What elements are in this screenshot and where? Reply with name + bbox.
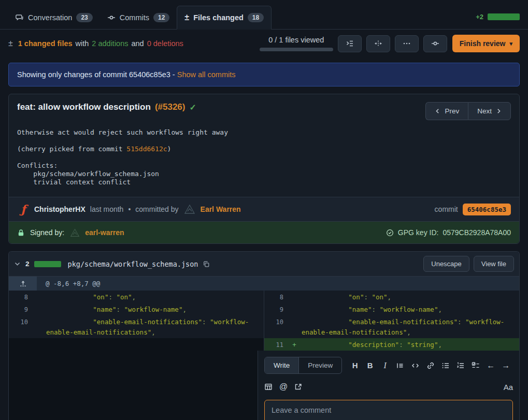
diff-left-empty-cell — [9, 351, 258, 420]
line-number[interactable]: 8 — [9, 291, 33, 303]
tab-conversation[interactable]: Conversation 23 — [8, 6, 100, 29]
commit-title: feat: allow workflow description (#5326)… — [17, 102, 196, 112]
file-changes-count: 2 — [25, 260, 30, 268]
code-line[interactable]: "on": "on", — [301, 291, 519, 303]
show-all-commits-link[interactable]: Show all commits — [177, 70, 236, 79]
diff-stat-icon: ± — [8, 39, 13, 48]
next-commit-button[interactable]: Next — [468, 102, 511, 120]
code-segment: "description" — [302, 341, 399, 349]
redo-icon[interactable]: → — [502, 361, 510, 370]
line-number[interactable]: 9 — [264, 303, 288, 315]
author-avatar[interactable]: ƒ — [17, 203, 30, 215]
code-segment: , — [151, 328, 155, 336]
code-segment: : — [364, 293, 372, 301]
code-segment: "string" — [407, 341, 438, 349]
author-name[interactable]: ChristopherHX — [34, 205, 85, 213]
diff-marker — [33, 315, 45, 338]
commit-graph-button[interactable] — [423, 35, 447, 52]
diff-line: 10 "enable-email-notifications": "workfl… — [9, 315, 264, 338]
tab-files-changed[interactable]: ± Files changed 18 — [177, 6, 272, 30]
signed-by-label: Signed by: — [30, 228, 64, 237]
diff-line: 10 "enable-email-notifications": "workfl… — [264, 315, 519, 338]
code-segment: "workflow-name" — [380, 306, 438, 313]
tab-preview[interactable]: Preview — [298, 357, 341, 373]
line-number[interactable]: 10 — [9, 315, 33, 338]
line-number[interactable]: 8 — [264, 291, 288, 303]
committer-avatar[interactable] — [183, 203, 196, 215]
signer-avatar[interactable] — [69, 227, 80, 238]
code-line[interactable]: "name": "workflow-name", — [301, 303, 519, 315]
tab-files-changed-label: Files changed — [193, 13, 244, 22]
deletions-count: 0 deletions — [147, 39, 183, 48]
file-header-buttons: Unescape View file — [423, 256, 514, 272]
chevron-left-icon — [435, 108, 440, 114]
view-file-button[interactable]: View file — [474, 256, 514, 272]
code-line[interactable]: "enable-email-notifications": "workflow-… — [45, 315, 264, 338]
cherry-pick-commit-link[interactable]: 515dd6612c — [126, 145, 167, 153]
code-line[interactable]: "description": "string", — [301, 338, 519, 351]
list-unordered-icon[interactable] — [441, 361, 450, 370]
task-list-icon[interactable] — [472, 361, 480, 370]
diff-line: 9 "name": "workflow-name", — [9, 303, 264, 315]
italic-icon[interactable]: I — [381, 361, 389, 370]
issue-reference-link[interactable]: (#5326) — [155, 102, 185, 112]
copy-path-icon[interactable] — [203, 260, 210, 268]
whitespace-button[interactable] — [366, 35, 390, 52]
code-segment: , — [438, 306, 442, 313]
chevron-down-icon[interactable] — [14, 260, 21, 267]
code-segment: "name" — [46, 306, 116, 313]
committer-name[interactable]: Earl Warren — [201, 205, 241, 213]
file-tree-button[interactable] — [338, 35, 362, 52]
stat-and: and — [131, 39, 144, 48]
code-line[interactable]: "name": "workflow-name", — [45, 303, 264, 315]
quote-icon[interactable] — [396, 361, 404, 370]
ellipsis-button[interactable] — [395, 35, 419, 52]
tab-commits[interactable]: Commits 12 — [100, 6, 177, 29]
commit-detail-box: feat: allow workflow description (#5326)… — [8, 94, 520, 244]
code-segment: , — [438, 341, 442, 349]
toolbar-icon-buttons — [333, 35, 447, 52]
mention-icon[interactable]: @ — [279, 382, 288, 392]
line-number[interactable]: 11 — [264, 338, 288, 351]
gpg-key-wrap: GPG key ID: 0579CB2928A78A00 — [386, 228, 511, 237]
heading-icon[interactable]: H — [351, 361, 359, 370]
list-ordered-icon[interactable] — [456, 361, 465, 370]
code-icon[interactable] — [411, 361, 420, 370]
unescape-button[interactable]: Unescape — [423, 256, 469, 272]
editor-mode-switch: Write Preview — [264, 357, 342, 374]
files-viewed-label: 0 / 1 files viewed — [260, 36, 333, 44]
link-icon[interactable] — [426, 361, 435, 370]
changed-files-count: 1 changed files — [18, 39, 73, 48]
line-number[interactable]: 10 — [264, 315, 288, 338]
chevron-right-icon — [496, 108, 502, 114]
prev-commit-button[interactable]: Prev — [425, 102, 468, 120]
commit-status-check-icon[interactable]: ✓ — [189, 103, 196, 112]
diff-marker: + — [288, 338, 301, 351]
inline-comment-form: Write Preview HBI←→ @ Aa — [258, 351, 519, 420]
diff-row: 10 "enable-email-notifications": "workfl… — [9, 315, 519, 338]
conversation-icon — [16, 13, 24, 22]
file-path[interactable]: pkg/schema/workflow_schema.json — [68, 260, 198, 268]
code-segment: , — [132, 293, 136, 301]
mini-diffstat: +2 — [476, 13, 520, 29]
files-changed-count-badge: 18 — [248, 13, 264, 22]
text-size-icon[interactable]: Aa — [504, 383, 513, 392]
signer-name[interactable]: earl-warren — [85, 228, 124, 237]
expand-up-icon[interactable] — [9, 277, 37, 291]
diff-marker — [288, 303, 301, 315]
code-segment: : — [116, 306, 124, 313]
comment-textarea[interactable] — [264, 400, 513, 420]
code-segment: "workflow-name" — [124, 306, 183, 313]
undo-icon[interactable]: ← — [487, 361, 495, 370]
finish-review-button[interactable]: Finish review ▾ — [452, 35, 520, 52]
bold-icon[interactable]: B — [366, 361, 374, 370]
code-line[interactable]: "on": "on", — [45, 291, 264, 303]
reference-icon[interactable] — [294, 382, 303, 392]
commit-sha-badge[interactable]: 65406c85e3 — [463, 204, 511, 215]
tab-write[interactable]: Write — [265, 357, 298, 373]
commit-header: feat: allow workflow description (#5326)… — [9, 94, 519, 125]
line-number[interactable]: 9 — [9, 303, 33, 315]
code-line[interactable]: "enable-email-notifications": "workflow-… — [301, 315, 519, 338]
diff-empty-cell — [9, 338, 264, 351]
table-icon[interactable] — [264, 382, 273, 392]
